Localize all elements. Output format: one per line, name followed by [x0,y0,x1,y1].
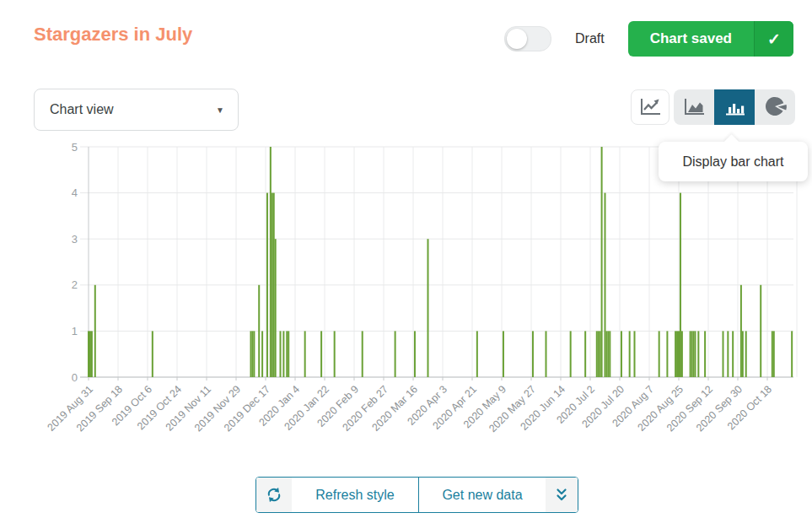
chart-type-line-button[interactable] [631,89,669,125]
svg-text:3: 3 [72,233,78,246]
header-controls: Draft Chart saved ✓ [504,21,793,57]
svg-text:4: 4 [72,186,78,199]
chart-type-toolbar [631,89,795,125]
double-chevron-down-icon [546,478,578,512]
chart-type-bar-button[interactable] [714,89,755,125]
get-new-data-label: Get new data [419,478,546,512]
chart-type-pie-button[interactable] [755,89,795,125]
svg-text:5: 5 [72,141,78,154]
display-bar-chart-tooltip: Display bar chart [659,142,808,181]
refresh-style-button[interactable]: Refresh style [256,478,418,512]
tooltip-text: Display bar chart [682,154,783,170]
chart-type-group [674,89,795,125]
pie-chart-icon [762,94,788,121]
bar-chart-icon [722,94,747,121]
refresh-style-label: Refresh style [292,478,418,512]
draft-toggle-knob [507,29,527,49]
area-chart-icon [681,94,707,121]
chart-saved-button[interactable]: Chart saved ✓ [628,21,793,57]
page-title: Stargazers in July [34,24,192,46]
footer-button-group: Refresh style Get new data [255,477,578,513]
refresh-icon [256,478,292,512]
svg-text:0: 0 [72,371,78,384]
draft-toggle[interactable] [504,26,551,51]
check-icon: ✓ [754,21,793,57]
chart-view-value: Chart view [50,102,114,117]
svg-text:1: 1 [72,325,78,337]
svg-text:2: 2 [72,278,78,291]
chart-editor-page: Stargazers in July Draft Chart saved ✓ C… [0,0,812,529]
stargazers-bar-chart: 0123452019 Aug 312019 Sep 182019 Oct 620… [0,135,812,472]
chevron-down-icon: ▼ [216,105,224,115]
chart-saved-label: Chart saved [628,21,754,57]
chart-type-area-button[interactable] [674,89,714,125]
draft-label: Draft [575,31,605,46]
chart-view-select[interactable]: Chart view ▼ [34,89,239,131]
line-chart-icon [637,94,663,121]
get-new-data-button[interactable]: Get new data [418,478,578,512]
